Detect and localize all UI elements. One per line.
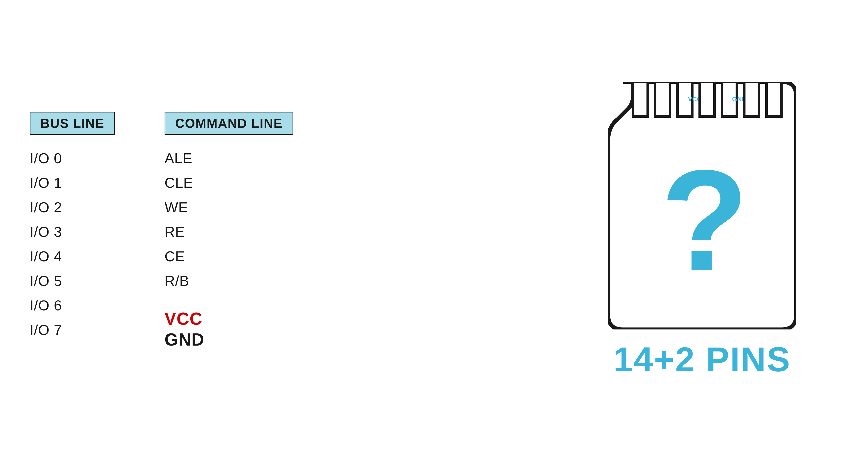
bus-line-pin-list: I/O 0I/O 1I/O 2I/O 3I/O 4I/O 5I/O 6I/O 7 (30, 150, 62, 338)
page-container: BUS LINE I/O 0I/O 1I/O 2I/O 3I/O 4I/O 5I… (0, 0, 868, 461)
list-item: I/O 1 (30, 174, 62, 191)
bus-line-header: BUS LINE (30, 112, 115, 135)
left-section: BUS LINE I/O 0I/O 1I/O 2I/O 3I/O 4I/O 5I… (30, 112, 566, 349)
list-item: I/O 3 (30, 224, 62, 240)
list-item: CE (164, 248, 193, 265)
list-item: I/O 0 (30, 150, 62, 167)
list-item: WE (164, 199, 193, 215)
command-line-header: COMMAND LINE (164, 112, 293, 135)
vcc-label: VCC (164, 309, 205, 329)
command-list: ALECLEWERECER/B (164, 150, 193, 289)
pins-count-label: 14+2 PINS (614, 339, 791, 379)
svg-rect-1 (655, 82, 670, 116)
list-item: RE (164, 224, 193, 240)
svg-rect-8 (767, 82, 781, 116)
sd-card-wrapper: VCC GND ? (608, 82, 796, 329)
power-section: VCC GND (164, 309, 205, 349)
bus-line-column: BUS LINE I/O 0I/O 1I/O 2I/O 3I/O 4I/O 5I… (30, 112, 115, 349)
list-item: I/O 6 (30, 297, 62, 314)
list-item: I/O 2 (30, 199, 62, 215)
svg-rect-4 (700, 82, 715, 116)
list-item: ALE (164, 150, 193, 167)
list-item: I/O 5 (30, 272, 62, 289)
gnd-label: GND (164, 330, 205, 349)
right-section: VCC GND ? 14+2 PINS (566, 82, 838, 379)
svg-rect-0 (633, 82, 648, 116)
list-item: R/B (164, 272, 193, 289)
svg-text:?: ? (661, 140, 748, 300)
list-item: CLE (164, 174, 193, 191)
svg-rect-7 (744, 82, 759, 116)
list-item: I/O 4 (30, 248, 62, 265)
command-line-column: COMMAND LINE ALECLEWERECER/B VCC GND (164, 112, 293, 349)
list-item: I/O 7 (30, 321, 62, 338)
sd-card-svg: VCC GND ? (608, 82, 796, 329)
